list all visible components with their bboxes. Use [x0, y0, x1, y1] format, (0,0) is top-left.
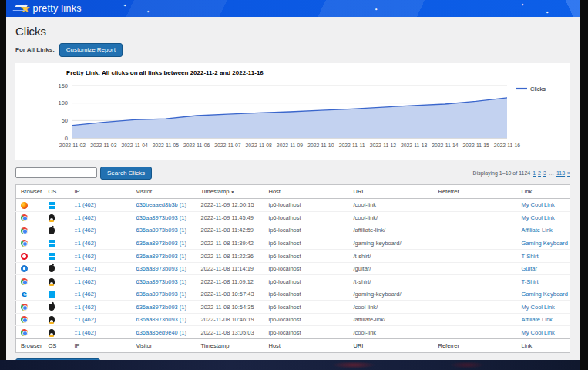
page-title: Clicks: [15, 25, 570, 38]
ip-link[interactable]: ::1 (462): [75, 253, 96, 260]
link-cell: Gaming Keyboard: [517, 288, 570, 301]
column-header-host[interactable]: Host: [264, 338, 349, 352]
apple-icon: [49, 304, 55, 311]
clicks-area-chart: 0501001502022-11-022022-11-032022-11-042…: [22, 79, 564, 160]
pretty-link-link[interactable]: Affiliate Link: [522, 227, 553, 234]
host-cell: ip6-localhost: [264, 211, 349, 224]
svg-text:100: 100: [58, 99, 68, 106]
customize-report-button[interactable]: Customize Report: [59, 43, 123, 57]
chrome-icon: [21, 329, 28, 336]
column-header-visitor[interactable]: Visitor: [132, 338, 197, 352]
pretty-link-link[interactable]: T-Shirt: [522, 253, 539, 260]
pretty-link-link[interactable]: Affiliate Link: [522, 316, 553, 323]
timestamp-cell: 2022-11-08 11:42:59: [197, 224, 264, 237]
column-header-link[interactable]: Link: [517, 185, 570, 199]
pagination-next-link[interactable]: »: [567, 170, 570, 176]
host-cell: ip6-localhost: [264, 313, 349, 326]
pagination-last-page-link[interactable]: 113: [556, 170, 565, 176]
svg-text:0: 0: [65, 134, 68, 141]
column-header-os[interactable]: OS: [44, 338, 70, 352]
pagination-page-link[interactable]: 2: [538, 170, 541, 176]
column-header-referrer[interactable]: Referrer: [434, 338, 517, 352]
column-header-ip[interactable]: IP: [70, 338, 132, 352]
pretty-link-link[interactable]: My Cool Link: [522, 329, 555, 336]
desktop-taskbar: [0, 360, 580, 370]
svg-text:50: 50: [62, 116, 68, 123]
edge-icon: e: [21, 291, 28, 298]
column-header-uri[interactable]: URI: [349, 338, 434, 352]
table-row: ::1 (462)636aa8973b093 (1)2022-11-08 11:…: [16, 237, 570, 250]
ip-link[interactable]: ::1 (462): [75, 291, 96, 298]
sort-desc-icon: ▼: [230, 190, 234, 194]
os-cell: [44, 250, 70, 263]
column-header-visitor[interactable]: Visitor: [132, 185, 197, 199]
svg-text:2022-11-02: 2022-11-02: [59, 143, 86, 148]
browser-cell: [16, 199, 44, 212]
browser-cell: [16, 326, 44, 339]
pretty-link-link[interactable]: T-Shirt: [522, 278, 539, 285]
ip-link[interactable]: ::1 (462): [75, 329, 96, 336]
search-input[interactable]: [15, 167, 97, 178]
ip-link[interactable]: ::1 (462): [75, 214, 96, 221]
pretty-link-link[interactable]: Gaming Keyboard: [522, 291, 568, 298]
pagination-page-link[interactable]: 1: [533, 170, 536, 176]
visitor-link[interactable]: 636aa8973b093 (1): [136, 265, 186, 272]
ip-link[interactable]: ::1 (462): [75, 227, 96, 234]
visitor-link[interactable]: 636aa85ed9e40 (1): [136, 329, 186, 336]
pretty-link-link[interactable]: Gaming Keyboard: [522, 240, 568, 247]
column-header-ip[interactable]: IP: [70, 185, 132, 199]
pagination-page-link[interactable]: 3: [543, 170, 546, 176]
pretty-link-link[interactable]: My Cool Link: [522, 201, 555, 208]
timestamp-cell: 2022-11-09 11:45:49: [197, 211, 264, 224]
chrome-icon: [21, 316, 28, 323]
visitor-link[interactable]: 636aa8973b093 (1): [136, 227, 186, 234]
pagination-summary: Displaying 1–10 of 1124: [473, 170, 531, 176]
visitor-cell: 636aa8973b093 (1): [132, 211, 197, 224]
ip-link[interactable]: ::1 (462): [75, 278, 96, 285]
search-clicks-button[interactable]: Search Clicks: [100, 166, 152, 180]
visitor-link[interactable]: 636aa8973b093 (1): [136, 278, 186, 285]
pretty-link-link[interactable]: My Cool Link: [522, 214, 555, 221]
browser-cell: [16, 313, 44, 326]
ip-link[interactable]: ::1 (462): [75, 304, 96, 311]
visitor-link[interactable]: 636aa8973b093 (1): [136, 316, 186, 323]
link-cell: My Cool Link: [517, 326, 570, 339]
safari-icon: [21, 265, 28, 272]
ip-link[interactable]: ::1 (462): [75, 316, 96, 323]
svg-text:2022-11-03: 2022-11-03: [90, 143, 116, 148]
column-header-browser[interactable]: Browser: [16, 338, 44, 352]
browser-cell: [16, 250, 44, 263]
ip-link[interactable]: ::1 (462): [75, 265, 96, 272]
ip-link[interactable]: ::1 (462): [75, 201, 96, 208]
visitor-link[interactable]: 636aa8973b093 (1): [136, 253, 186, 260]
uri-cell: /t-shirt/: [349, 275, 434, 288]
visitor-link[interactable]: 636aa8973b093 (1): [136, 304, 186, 311]
visitor-link[interactable]: 636aa8973b093 (1): [136, 291, 186, 298]
browser-cell: [16, 301, 44, 314]
pretty-link-link[interactable]: My Cool Link: [522, 304, 555, 311]
visitor-cell: 636aa8973b093 (1): [132, 301, 197, 314]
column-header-uri[interactable]: URI: [349, 185, 434, 199]
linux-icon: [49, 214, 55, 221]
pretty-link-link[interactable]: Guitar: [522, 265, 537, 272]
windows-icon: [49, 291, 55, 298]
host-cell: ip6-localhost: [264, 288, 349, 301]
visitor-link[interactable]: 636beaaed8b3b (1): [136, 201, 186, 208]
browser-cell: [16, 237, 44, 250]
ip-link[interactable]: ::1 (462): [75, 240, 96, 247]
visitor-cell: 636aa8973b093 (1): [132, 224, 197, 237]
visitor-link[interactable]: 636aa8973b093 (1): [136, 214, 186, 221]
column-header-timestamp[interactable]: Timestamp▼: [197, 185, 264, 199]
uri-cell: /guitar/: [349, 262, 434, 275]
column-header-timestamp[interactable]: Timestamp: [197, 338, 264, 352]
column-header-host[interactable]: Host: [264, 185, 349, 199]
link-cell: T-Shirt: [517, 275, 570, 288]
visitor-link[interactable]: 636aa8973b093 (1): [136, 240, 186, 247]
column-header-link[interactable]: Link: [517, 338, 570, 352]
column-header-browser[interactable]: Browser: [16, 185, 44, 199]
host-cell: ip6-localhost: [264, 262, 349, 275]
column-header-referrer[interactable]: Referrer: [434, 185, 517, 199]
column-header-os[interactable]: OS: [44, 185, 70, 199]
table-row: ::1 (462)636aa8973b093 (1)2022-11-08 10:…: [16, 301, 570, 314]
pretty-links-header-bar: ★ pretty links ✦ ✦ ✦ ✦ ✦: [6, 0, 580, 17]
